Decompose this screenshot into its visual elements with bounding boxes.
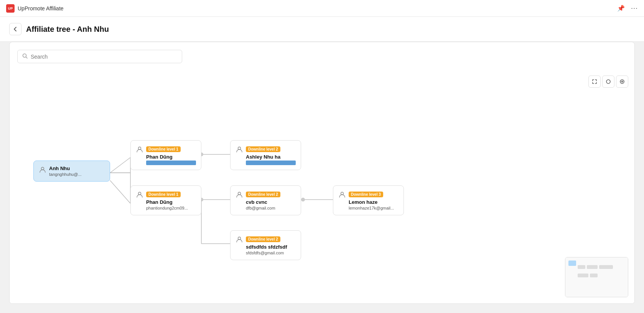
pin-icon[interactable]: 📌 [617,5,625,12]
tree-area: Anh Nhu tangnghhuhu@... Downline lev [9,42,635,304]
node-n6-name: sdfsdfds sfdzfsdf [246,244,295,250]
node-n4-email: dfb@gmail.com [246,206,295,210]
page-title: Affiliate tree - Anh Nhu [26,25,109,34]
node-n4-badge: Downline level 2 [246,192,280,197]
node-root-email: tangnghhuhu@... [49,172,104,177]
search-icon [22,53,28,60]
more-icon[interactable]: ··· [631,4,638,12]
node-n5-badge: Downline level 3 [349,192,383,197]
node-n2[interactable]: Downline level 2 Ashley Nhu ha [230,140,301,170]
main-content: Affiliate tree - Anh Nhu [0,17,644,313]
search-bar [17,50,182,63]
svg-line-1 [26,57,28,59]
node-n3[interactable]: Downline level 1 Phan Dũng phantiondung2… [130,185,201,215]
node-n6-header: Downline level 2 sdfsdfds sfdzfsdf sfdsf… [236,235,295,255]
node-root-info: Anh Nhu tangnghhuhu@... [49,166,104,177]
node-n2-name: Ashley Nhu ha [246,154,295,160]
search-bar-wrap [10,42,634,69]
node-n4[interactable]: Downline level 2 cvb cvnc dfb@gmail.com [230,185,301,215]
node-n1[interactable]: Downline level 1 Phan Dũng [130,140,201,170]
node-n6-email: sfdsfdfs@gmail.com [246,251,295,255]
node-n2-info: Downline level 2 Ashley Nhu ha [246,145,295,165]
node-n4-header: Downline level 2 cvb cvnc dfb@gmail.com [236,190,295,210]
svg-point-14 [301,198,305,202]
node-root-name: Anh Nhu [49,166,104,171]
node-n4-avatar-icon [236,191,243,200]
node-n1-header: Downline level 1 Phan Dũng [136,145,196,165]
node-n5-header: Downline level 3 Lemon haze lemonhaze17k… [339,190,398,210]
mini-map-inner [565,257,628,297]
expand-button[interactable] [588,75,601,88]
node-n2-email [246,161,296,165]
node-n6[interactable]: Downline level 2 sdfsdfds sfdzfsdf sfdsf… [230,230,301,260]
node-n5-name: Lemon haze [349,199,398,205]
app-logo: UP [6,4,15,13]
node-n2-badge: Downline level 2 [246,146,280,152]
node-n5-info: Downline level 3 Lemon haze lemonhaze17k… [349,190,398,210]
mini-map-nodes [578,265,613,277]
svg-point-2 [606,80,610,84]
mini-map-viewport [568,261,576,266]
node-n1-badge: Downline level 1 [146,146,181,152]
node-n3-info: Downline level 1 Phan Dũng phantiondung2… [146,190,196,210]
canvas-area[interactable]: Anh Nhu tangnghhuhu@... Downline lev [10,69,634,303]
mini-map-dot [599,265,613,269]
node-root[interactable]: Anh Nhu tangnghhuhu@... [33,161,110,182]
node-n1-info: Downline level 1 Phan Dũng [146,145,196,165]
search-input[interactable] [31,54,177,60]
connections-svg [10,69,634,303]
mini-map-dot [587,265,598,269]
mini-map-dot [578,265,585,269]
app-title-label: UpPromote Affiliate [18,5,64,11]
mini-map-dot [578,274,588,277]
node-n3-name: Phan Dũng [146,199,196,205]
zoom-in-button[interactable] [616,75,628,88]
node-n1-avatar-icon [136,146,143,155]
reset-zoom-button[interactable] [602,75,614,88]
node-n3-header: Downline level 1 Phan Dũng phantiondung2… [136,190,196,210]
node-n1-name: Phan Dũng [146,154,196,160]
node-n4-name: cvb cvnc [246,199,295,205]
node-n3-avatar-icon [136,191,143,200]
zoom-controls [588,75,628,88]
topbar-left: UP UpPromote Affiliate [6,4,64,13]
node-n3-email: phantiondung2cm09... [146,206,196,210]
node-n4-info: Downline level 2 cvb cvnc dfb@gmail.com [246,190,295,210]
mini-map-dot [590,274,598,277]
node-n1-email [146,161,196,165]
node-n6-avatar-icon [236,236,243,245]
node-n2-avatar-icon [236,146,243,155]
node-n5-avatar-icon [339,191,346,200]
node-n6-badge: Downline level 2 [246,236,280,242]
node-n5-email: lemonhaze17k@gmail... [349,206,398,210]
topbar: UP UpPromote Affiliate 📌 ··· [0,0,644,17]
node-n3-badge: Downline level 1 [146,192,181,197]
node-n6-info: Downline level 2 sdfsdfds sfdzfsdf sfdsf… [246,235,295,255]
mini-map [565,257,628,297]
topbar-right: 📌 ··· [617,4,638,12]
node-n2-header: Downline level 2 Ashley Nhu ha [236,145,295,165]
back-button[interactable] [9,23,21,35]
svg-line-7 [110,180,130,203]
svg-line-6 [110,157,130,173]
node-root-avatar-icon [39,166,46,175]
page-header: Affiliate tree - Anh Nhu [0,17,644,42]
node-root-header: Anh Nhu tangnghhuhu@... [39,166,104,177]
node-n5[interactable]: Downline level 3 Lemon haze lemonhaze17k… [333,185,404,215]
